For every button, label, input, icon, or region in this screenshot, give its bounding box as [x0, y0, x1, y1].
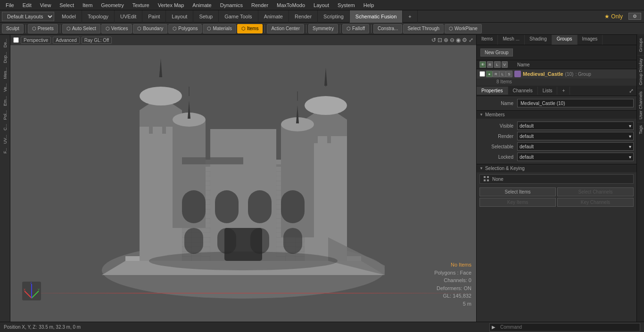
tab-model[interactable]: Model [56, 10, 82, 23]
name-col-header: Name [517, 62, 530, 67]
select-channels-button[interactable]: Select Channels [557, 187, 634, 196]
prop-tab-properties[interactable]: Properties [477, 87, 508, 95]
sidebar-item-em[interactable]: Em... [2, 94, 8, 108]
command-arrow-icon[interactable]: ▶ [492, 324, 495, 330]
group-visibility-toggle[interactable] [479, 71, 485, 77]
menu-edit[interactable]: Edit [19, 1, 35, 9]
vtab-group-display[interactable]: Group Display [637, 55, 644, 88]
menu-help[interactable]: Help [360, 1, 378, 9]
separator [264, 24, 265, 33]
menu-texture[interactable]: Texture [129, 1, 153, 9]
sidebar-item-dup[interactable]: Dup... [2, 50, 8, 65]
svg-marker-38 [296, 105, 299, 123]
vis-col-icon: V [502, 61, 508, 68]
sidebar-item-c[interactable]: C... [2, 122, 8, 132]
materials-icon: ⬡ [207, 26, 211, 31]
tab-game-tools[interactable]: Game Tools [219, 10, 258, 23]
select-through-button[interactable]: Select Through [403, 24, 444, 33]
sidebar-item-ve[interactable]: Ve... [2, 81, 8, 94]
workplane-icon: ⬡ [449, 26, 453, 31]
select-items-button[interactable]: Select Items [479, 187, 556, 196]
prop-tab-lists[interactable]: Lists [538, 87, 558, 95]
menu-render[interactable]: Render [248, 1, 272, 9]
menu-geometry[interactable]: Geometry [97, 1, 127, 9]
sidebar-item-f[interactable]: F... [2, 146, 8, 155]
vtab-tags[interactable]: Tags [637, 122, 644, 137]
rp-tab-groups[interactable]: Groups [552, 35, 578, 45]
rp-tab-images[interactable]: Images [578, 35, 603, 45]
props-expand-button[interactable]: ⤢ [626, 87, 636, 95]
sidebar-item-de[interactable]: De... [2, 37, 8, 49]
menu-dynamics[interactable]: Dynamics [216, 1, 247, 9]
key-items-button[interactable]: Key Items [479, 198, 556, 207]
symmetry-button[interactable]: Symmetry [308, 24, 338, 33]
vtab-groups[interactable]: Groups [637, 35, 644, 55]
action-center-button[interactable]: Action Center [267, 24, 304, 33]
menu-maxtomodo[interactable]: MaxToModo [273, 1, 309, 9]
tab-plus[interactable]: + [403, 10, 417, 23]
tab-animate[interactable]: Animate [258, 10, 289, 23]
group-sel-icon[interactable]: S [506, 71, 512, 77]
members-section-header[interactable]: ▼ Members [477, 110, 636, 119]
tab-paint[interactable]: Paint [142, 10, 166, 23]
viewport[interactable]: Perspective Advanced Ray GL: Off ↺ ⊡ ⊕ ⊖… [10, 35, 476, 322]
svg-marker-31 [324, 68, 327, 86]
name-field[interactable] [517, 99, 634, 107]
selection-keying-header[interactable]: ▼ Selection & Keying [477, 164, 636, 172]
star-only-button[interactable]: ★ Only [602, 12, 626, 21]
sidebar-item-mes[interactable]: Mes... [2, 65, 8, 81]
keying-grid: Select Items Select Channels Key Items K… [477, 186, 636, 209]
rp-tab-items[interactable]: Items [477, 35, 498, 45]
workplane-button[interactable]: ⬡ WorkPlane [445, 24, 482, 33]
vtab-user-channels[interactable]: User Channels [637, 88, 644, 122]
menu-vertex-map[interactable]: Vertex Map [154, 1, 188, 9]
items-button[interactable]: ⬡ Items [237, 24, 263, 33]
selectable-dropdown[interactable]: default ▾ [517, 142, 634, 151]
polygons-button[interactable]: ⬡ Polygons [168, 24, 202, 33]
boundary-button[interactable]: ⬡ Boundary [133, 24, 167, 33]
menu-file[interactable]: File [2, 1, 18, 9]
rp-tab-mesh[interactable]: Mesh ... [498, 35, 525, 45]
key-channels-button[interactable]: Key Channels [557, 198, 634, 207]
layout-dropdown[interactable]: Default Layouts [2, 12, 54, 21]
visible-dropdown[interactable]: default ▾ [517, 121, 634, 130]
group-render-icon[interactable]: R [493, 71, 499, 77]
settings-button[interactable]: ⚙ [628, 13, 641, 20]
tab-setup[interactable]: Setup [193, 10, 219, 23]
menu-view[interactable]: View [36, 1, 55, 9]
command-input[interactable] [497, 324, 638, 331]
svg-point-52 [149, 251, 338, 270]
tab-scripting[interactable]: Scripting [318, 10, 350, 23]
sculpt-button[interactable]: Sculpt [2, 24, 24, 33]
locked-dropdown[interactable]: default ▾ [517, 153, 634, 161]
vertices-icon: ⬡ [106, 26, 110, 31]
group-lock-icon[interactable]: L [499, 71, 506, 77]
tab-render[interactable]: Render [289, 10, 318, 23]
prop-tab-channels[interactable]: Channels [508, 87, 538, 95]
menu-layout[interactable]: Layout [310, 1, 333, 9]
group-row[interactable]: ● R L S Medieval_Castle (10) : Group [477, 69, 636, 79]
sidebar-item-pol[interactable]: Pol... [2, 108, 8, 122]
tab-schematic-fusion[interactable]: Schematic Fusion [350, 10, 403, 23]
tab-topology[interactable]: Topology [82, 10, 115, 23]
materials-button[interactable]: ⬡ Materials [203, 24, 236, 33]
rp-tab-shading[interactable]: Shading [525, 35, 552, 45]
no-items-label: No Items [434, 261, 471, 269]
presets-button[interactable]: ⬡ Presets [28, 24, 58, 33]
new-group-button[interactable]: New Group [480, 49, 513, 57]
tab-uvedit[interactable]: UVEdit [115, 10, 142, 23]
menu-select[interactable]: Select [56, 1, 78, 9]
menu-animate[interactable]: Animate [189, 1, 215, 9]
falloff-button[interactable]: ⬡ Falloff [342, 24, 369, 33]
tab-layout[interactable]: Layout [166, 10, 193, 23]
auto-select-button[interactable]: ⬡ Auto Select [62, 24, 100, 33]
vertices-button[interactable]: ⬡ Vertices [101, 24, 132, 33]
sidebar-item-uv[interactable]: UV... [2, 133, 8, 146]
menu-item[interactable]: Item [79, 1, 96, 9]
menu-system[interactable]: System [334, 1, 359, 9]
constraints-button[interactable]: Constra... [373, 24, 402, 33]
name-label: Name [479, 101, 517, 106]
prop-tab-plus[interactable]: + [557, 87, 570, 95]
group-eye-icon[interactable]: ● [486, 71, 493, 77]
render-dropdown[interactable]: default ▾ [517, 132, 634, 140]
